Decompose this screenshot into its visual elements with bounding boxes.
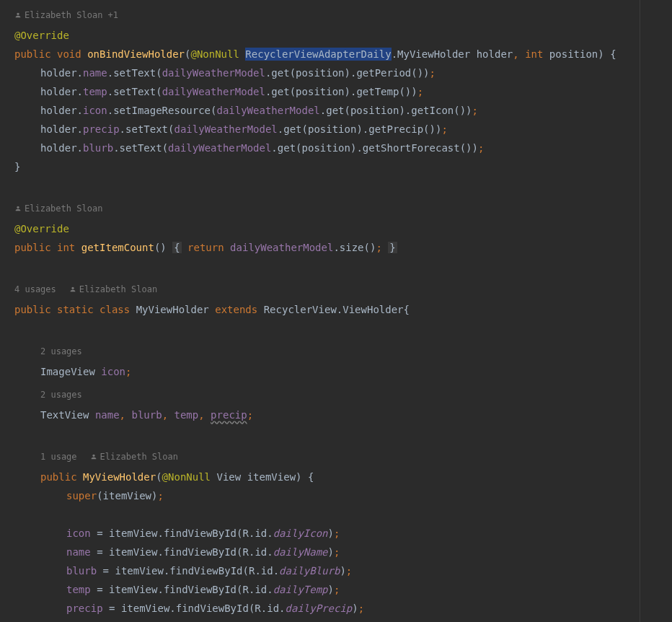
author-hint: 4 usages Elizabeth Sloan xyxy=(14,280,640,299)
code-editor[interactable]: Elizabeth Sloan +1 @Override public void… xyxy=(0,0,640,622)
author-name: Elizabeth Sloan xyxy=(100,447,178,466)
code-line[interactable]: public static class MyViewHolder extends… xyxy=(14,300,640,319)
author-name: Elizabeth Sloan xyxy=(79,280,157,299)
author-icon xyxy=(69,286,76,293)
code-line[interactable]: super(itemView); xyxy=(14,486,640,505)
highlighted-type: RecyclerViewAdapterDaily xyxy=(245,48,391,61)
code-line[interactable]: holder.icon.setImageResource(dailyWeathe… xyxy=(14,101,640,120)
usages-hint-line: 2 usages xyxy=(14,342,640,361)
code-line[interactable]: @Override xyxy=(14,26,640,45)
code-line[interactable]: @Override xyxy=(14,219,640,238)
code-line[interactable]: public int getItemCount() { return daily… xyxy=(14,238,640,257)
author-icon xyxy=(14,12,22,19)
code-line[interactable]: public MyViewHolder(@NonNull View itemVi… xyxy=(14,468,640,486)
code-line[interactable]: public void onBindViewHolder(@NonNull Re… xyxy=(14,45,640,63)
code-line[interactable]: precip = itemView.findViewById(R.id.dail… xyxy=(14,599,640,618)
code-line[interactable]: holder.precip.setText(dailyWeatherModel.… xyxy=(14,120,640,139)
author-icon xyxy=(14,205,22,212)
author-name: Elizabeth Sloan +1 xyxy=(25,6,118,25)
author-hint: Elizabeth Sloan +1 xyxy=(14,6,640,25)
usages-hint-line: 2 usages xyxy=(14,385,640,404)
author-name: Elizabeth Sloan xyxy=(25,199,102,218)
code-line[interactable]: ImageView icon; xyxy=(14,362,640,381)
code-line[interactable]: name = itemView.findViewById(R.id.dailyN… xyxy=(14,543,640,561)
code-line[interactable]: blurb = itemView.findViewById(R.id.daily… xyxy=(14,561,640,580)
code-line[interactable]: } xyxy=(14,157,640,176)
usages-hint: 1 usage xyxy=(40,447,77,466)
author-icon xyxy=(90,453,97,460)
code-line[interactable]: holder.blurb.setText(dailyWeatherModel.g… xyxy=(14,139,640,157)
code-line[interactable]: } xyxy=(14,618,640,622)
code-line[interactable]: icon = itemView.findViewById(R.id.dailyI… xyxy=(14,524,640,543)
author-hint: 1 usage Elizabeth Sloan xyxy=(14,447,640,466)
code-line[interactable]: TextView name, blurb, temp, precip; xyxy=(14,406,640,424)
code-line[interactable]: holder.name.setText(dailyWeatherModel.ge… xyxy=(14,63,640,82)
author-hint: Elizabeth Sloan xyxy=(14,199,640,218)
code-line[interactable]: temp = itemView.findViewById(R.id.dailyT… xyxy=(14,580,640,599)
code-line[interactable]: holder.temp.setText(dailyWeatherModel.ge… xyxy=(14,82,640,101)
usages-hint: 2 usages xyxy=(40,385,82,404)
usages-hint: 4 usages xyxy=(14,280,56,299)
usages-hint: 2 usages xyxy=(40,342,82,361)
